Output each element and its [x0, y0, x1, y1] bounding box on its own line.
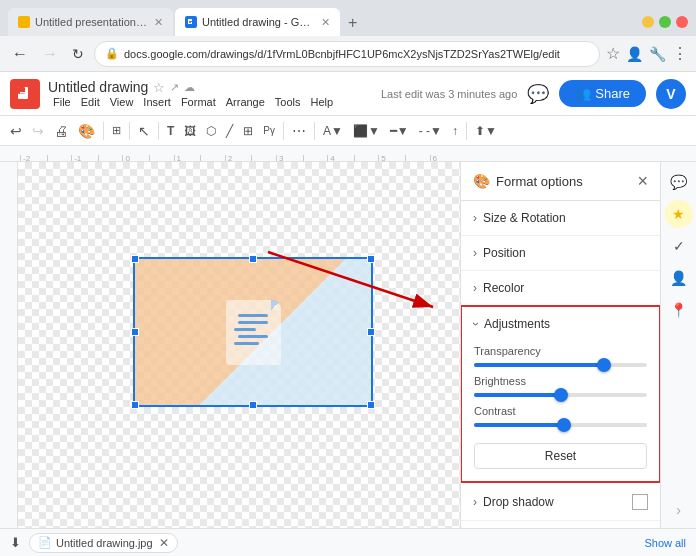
contrast-slider-thumb[interactable] — [557, 418, 571, 432]
sidebar-check-button[interactable]: ✓ — [665, 232, 693, 260]
handle-br[interactable] — [367, 401, 375, 409]
select-button[interactable]: ↖ — [134, 121, 154, 141]
up-button[interactable]: ↑ — [448, 122, 462, 140]
brightness-control: Brightness — [474, 375, 647, 397]
new-tab-button[interactable]: + — [342, 14, 363, 32]
profile-icon[interactable]: 👤 — [626, 46, 643, 62]
minimize-button[interactable] — [642, 16, 654, 28]
contrast-slider-track[interactable] — [474, 423, 647, 427]
table-button[interactable]: ⊞ — [239, 122, 257, 140]
back-button[interactable]: ← — [8, 41, 32, 67]
sidebar-people-button[interactable]: 👤 — [665, 264, 693, 292]
handle-bc[interactable] — [249, 401, 257, 409]
sidebar-star-button[interactable]: ★ — [665, 200, 693, 228]
forward-button[interactable]: → — [38, 41, 62, 67]
handle-ml[interactable] — [131, 328, 139, 336]
bookmark-icon[interactable]: ☆ — [606, 44, 620, 63]
brightness-slider-track[interactable] — [474, 393, 647, 397]
close-button[interactable] — [676, 16, 688, 28]
adjustments-header[interactable]: › Adjustments — [462, 307, 659, 341]
ruler-tick-5 — [149, 155, 174, 161]
menu-bar: File Edit View Insert Format Arrange Too… — [48, 96, 338, 108]
maximize-button[interactable] — [659, 16, 671, 28]
transparency-slider-track[interactable] — [474, 363, 647, 367]
comment-icon-button[interactable]: 💬 — [527, 83, 549, 105]
format-options-panel: 🎨 Format options × › Size & Rotation › P… — [460, 162, 660, 528]
recolor-header[interactable]: › Recolor — [461, 271, 660, 305]
menu-tools[interactable]: Tools — [270, 96, 306, 108]
handle-tc[interactable] — [249, 255, 257, 263]
border-style-button[interactable]: - -▼ — [415, 122, 446, 140]
handle-bl[interactable] — [131, 401, 139, 409]
align-button[interactable]: ⬆▼ — [471, 122, 501, 140]
brightness-slider-thumb[interactable] — [554, 388, 568, 402]
panel-close-button[interactable]: × — [637, 172, 648, 190]
extensions-icon[interactable]: 🔧 — [649, 46, 666, 62]
size-rotation-section: › Size & Rotation — [461, 201, 660, 236]
sidebar-maps-button[interactable]: 📍 — [665, 296, 693, 324]
sidebar-chat-button[interactable]: 💬 — [665, 168, 693, 196]
last-edit-text: Last edit was 3 minutes ago — [381, 88, 517, 100]
cloud-icon[interactable]: ☁ — [184, 81, 195, 94]
image-button[interactable]: 🖼 — [180, 122, 200, 140]
right-sidebar-expand[interactable]: › — [665, 496, 693, 524]
wordart-button[interactable]: Pγ — [259, 123, 279, 138]
menu-format[interactable]: Format — [176, 96, 221, 108]
size-chevron-icon: › — [473, 211, 477, 225]
reset-button[interactable]: Reset — [474, 443, 647, 469]
user-avatar[interactable]: V — [656, 79, 686, 109]
doc-line-2 — [238, 321, 268, 324]
menu-edit[interactable]: Edit — [76, 96, 105, 108]
toolbar-sep-6 — [466, 122, 467, 140]
tab2-close[interactable]: ✕ — [321, 16, 330, 29]
show-all-link[interactable]: Show all — [644, 537, 686, 549]
transparency-slider-thumb[interactable] — [597, 358, 611, 372]
drop-shadow-section: › Drop shadow — [461, 484, 660, 521]
size-rotation-header[interactable]: › Size & Rotation — [461, 201, 660, 235]
print-button[interactable]: 🖨 — [50, 121, 72, 141]
tab-2[interactable]: Untitled drawing - Google Draw... ✕ — [175, 8, 340, 36]
shape-button[interactable]: ⬡ — [202, 122, 220, 140]
doc-fold — [271, 300, 281, 310]
refresh-button[interactable]: ↻ — [68, 42, 88, 66]
menu-dots-icon[interactable]: ⋮ — [672, 44, 688, 63]
window-controls — [642, 16, 688, 28]
reflection-header[interactable]: › Reflection — [461, 521, 660, 528]
tab-1[interactable]: Untitled presentation - Google S... ✕ — [8, 8, 173, 36]
download-chip[interactable]: 📄 Untitled drawing.jpg ✕ — [29, 533, 178, 553]
menu-help[interactable]: Help — [306, 96, 339, 108]
share-button[interactable]: 👥 Share — [559, 80, 646, 107]
undo-button[interactable]: ↩ — [6, 121, 26, 141]
address-box[interactable]: 🔒 docs.google.com/drawings/d/1fVrmL0Bcnb… — [94, 41, 600, 67]
selected-image-container[interactable] — [133, 257, 373, 407]
menu-file[interactable]: File — [48, 96, 76, 108]
position-header[interactable]: › Position — [461, 236, 660, 270]
redo-button[interactable]: ↪ — [28, 121, 48, 141]
more-button[interactable]: ⋯ — [288, 121, 310, 141]
share-icon: 👥 — [575, 86, 591, 101]
border-width-button[interactable]: ━▼ — [386, 122, 413, 140]
title-row: Untitled drawing ☆ ↗ ☁ — [48, 79, 338, 95]
bg-color-button[interactable]: A▼ — [319, 122, 347, 140]
border-color-button[interactable]: ⬛▼ — [349, 122, 384, 140]
menu-view[interactable]: View — [105, 96, 139, 108]
handle-tr[interactable] — [367, 255, 375, 263]
tab1-close[interactable]: ✕ — [154, 16, 163, 29]
menu-insert[interactable]: Insert — [138, 96, 176, 108]
handle-mr[interactable] — [367, 328, 375, 336]
star-icon[interactable]: ☆ — [153, 80, 165, 95]
recolor-label: Recolor — [483, 281, 524, 295]
canvas-area[interactable] — [18, 162, 460, 528]
drop-shadow-header[interactable]: › Drop shadow — [461, 484, 660, 520]
header-right: Last edit was 3 minutes ago 💬 👥 Share V — [381, 79, 686, 109]
text-button[interactable]: T — [163, 122, 178, 140]
handle-tl[interactable] — [131, 255, 139, 263]
zoom-fit-button[interactable]: ⊞ — [108, 122, 125, 139]
menu-arrange[interactable]: Arrange — [221, 96, 270, 108]
drop-shadow-checkbox[interactable] — [632, 494, 648, 510]
chip-close-icon[interactable]: ✕ — [159, 536, 169, 550]
recolor-chevron-icon: › — [473, 281, 477, 295]
move-icon[interactable]: ↗ — [170, 81, 179, 94]
paint-format-button[interactable]: 🎨 — [74, 121, 99, 141]
line-button[interactable]: ╱ — [222, 122, 237, 140]
